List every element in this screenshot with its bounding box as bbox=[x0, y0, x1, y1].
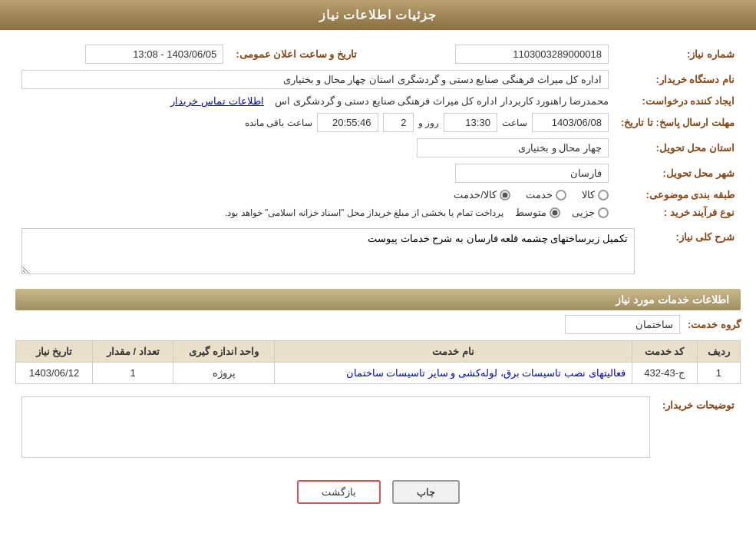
service-group-value: ساختمان bbox=[565, 315, 680, 334]
page-header: جزئیات اطلاعات نیاز bbox=[0, 0, 756, 30]
purchase-type-motavasset-label: متوسط bbox=[515, 207, 546, 218]
delivery-province-value: چهار محال و بختیاری bbox=[417, 138, 609, 157]
cell-need-date: 1403/06/12 bbox=[16, 363, 93, 384]
table-row: 1 ج-43-432 فعالیتهای نصب تاسیسات برق، لو… bbox=[16, 363, 741, 384]
back-button[interactable]: بازگشت bbox=[297, 480, 381, 504]
creator-value: محمدرضا راهنورد کاربردار اداره کل میراث … bbox=[275, 95, 609, 107]
purchase-type-motavasset[interactable]: متوسط bbox=[515, 207, 560, 218]
print-button[interactable]: چاپ bbox=[392, 480, 460, 504]
category-option-kala-khedmat[interactable]: کالا/خدمت bbox=[454, 189, 510, 200]
main-content: شماره نیاز: 1103003289000018 تاریخ و ساع… bbox=[0, 30, 756, 531]
category-label: طبقه بندی موضوعی: bbox=[615, 186, 741, 204]
delivery-province-label: استان محل تحویل: bbox=[615, 135, 741, 161]
category-option-kala-label: کالا bbox=[582, 189, 595, 200]
category-radio-group: کالا خدمت کالا/خدمت bbox=[21, 189, 609, 200]
service-group-row: گروه خدمت: ساختمان bbox=[15, 315, 741, 334]
col-need-date: تاریخ نیاز bbox=[16, 341, 93, 363]
col-row: ردیف bbox=[697, 341, 740, 363]
service-group-label: گروه خدمت: bbox=[688, 319, 741, 330]
cell-service-code: ج-43-432 bbox=[632, 363, 697, 384]
public-date-value: 1403/06/05 - 13:08 bbox=[85, 45, 223, 64]
category-option-kala[interactable]: کالا bbox=[582, 189, 609, 200]
buyer-comments-label: توضیحات خریدار: bbox=[656, 393, 741, 461]
need-number-value: 1103003289000018 bbox=[455, 45, 609, 64]
cell-row: 1 bbox=[697, 363, 740, 384]
response-time: 13:30 bbox=[444, 113, 497, 132]
cell-quantity: 1 bbox=[93, 363, 173, 384]
category-option-kala-khedmat-label: کالا/خدمت bbox=[454, 189, 497, 200]
response-remaining: 20:55:46 bbox=[317, 113, 378, 132]
bottom-buttons: چاپ بازگشت bbox=[15, 465, 741, 519]
radio-motavasset-icon bbox=[550, 207, 560, 218]
radio-kala-icon bbox=[598, 190, 609, 200]
basic-info-table: شماره نیاز: 1103003289000018 تاریخ و ساع… bbox=[15, 41, 741, 221]
purchase-type-label: نوع فرآیند خرید : bbox=[615, 204, 741, 221]
need-number-label: شماره نیاز: bbox=[615, 41, 741, 67]
response-time-label: ساعت bbox=[502, 118, 527, 128]
purchase-type-jazii-label: جزیی bbox=[572, 207, 595, 218]
services-table: ردیف کد خدمت نام خدمت واحد اندازه گیری ت… bbox=[15, 340, 741, 384]
radio-jazii-icon bbox=[598, 207, 609, 218]
cell-service-name: فعالیتهای نصب تاسیسات برق، لوله‌کشی و سا… bbox=[275, 363, 632, 384]
delivery-city-label: شهر محل تحویل: bbox=[615, 161, 741, 186]
response-remaining-label: ساعت باقی مانده bbox=[245, 118, 312, 128]
response-deadline-label: مهلت ارسال پاسخ: تا تاریخ: bbox=[615, 110, 741, 135]
services-section-title: اطلاعات خدمات مورد نیاز bbox=[15, 289, 741, 310]
col-service-name: نام خدمت bbox=[275, 341, 632, 363]
response-date: 1403/06/08 bbox=[532, 113, 609, 132]
buyer-name-value: اداره کل میراث فرهنگی صنایع دستی و گردشگ… bbox=[21, 70, 609, 89]
general-desc-table: شرح کلی نیاز: bbox=[15, 225, 741, 280]
category-option-khedmat[interactable]: خدمت bbox=[526, 189, 566, 200]
col-quantity: تعداد / مقدار bbox=[93, 341, 173, 363]
buyer-comments-table: توضیحات خریدار: bbox=[15, 393, 741, 461]
delivery-city-value: فارسان bbox=[455, 164, 609, 183]
col-unit: واحد اندازه گیری bbox=[173, 341, 275, 363]
deadline-row: 1403/06/08 ساعت 13:30 روز و 2 20:55:46 س… bbox=[21, 113, 609, 132]
buyer-comments-content bbox=[21, 396, 650, 458]
response-days: 2 bbox=[383, 113, 414, 132]
page-wrapper: جزئیات اطلاعات نیاز شماره نیاز: 11030032… bbox=[0, 0, 756, 540]
page-title: جزئیات اطلاعات نیاز bbox=[319, 8, 437, 22]
radio-khedmat-icon bbox=[556, 190, 566, 200]
cell-unit: پروژه bbox=[173, 363, 275, 384]
creator-contact-link[interactable]: اطلاعات تماس خریدار bbox=[170, 95, 263, 107]
col-service-code: کد خدمت bbox=[632, 341, 697, 363]
purchase-type-jazii[interactable]: جزیی bbox=[572, 207, 609, 218]
category-option-khedmat-label: خدمت bbox=[526, 189, 553, 200]
purchase-note: پرداخت تمام یا بخشی از مبلغ خریداز محل "… bbox=[225, 207, 503, 218]
general-desc-textarea[interactable] bbox=[21, 228, 635, 274]
public-date-label: تاریخ و ساعت اعلان عمومی: bbox=[229, 41, 363, 67]
buyer-name-label: نام دستگاه خریدار: bbox=[615, 67, 741, 92]
creator-label: ایجاد کننده درخواست: bbox=[615, 92, 741, 110]
general-desc-label: شرح کلی نیاز: bbox=[641, 225, 741, 280]
purchase-type-row: جزیی متوسط پرداخت تمام یا بخشی از مبلغ خ… bbox=[21, 207, 609, 218]
response-days-label: روز و bbox=[418, 118, 439, 128]
radio-kala-khedmat-icon bbox=[500, 190, 510, 200]
